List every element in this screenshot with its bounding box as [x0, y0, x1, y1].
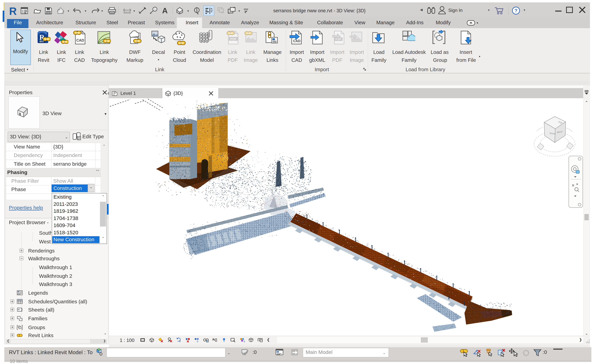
- svg-text:CAD: CAD: [76, 38, 84, 42]
- svg-text:CAD: CAD: [293, 39, 300, 43]
- svg-text:9: 9: [243, 340, 245, 343]
- svg-text:9: 9: [179, 340, 181, 343]
- svg-text:PDF: PDF: [230, 37, 236, 41]
- svg-text:9: 9: [197, 340, 198, 343]
- svg-text:1: 1: [154, 8, 156, 11]
- svg-text:?: ?: [515, 8, 517, 13]
